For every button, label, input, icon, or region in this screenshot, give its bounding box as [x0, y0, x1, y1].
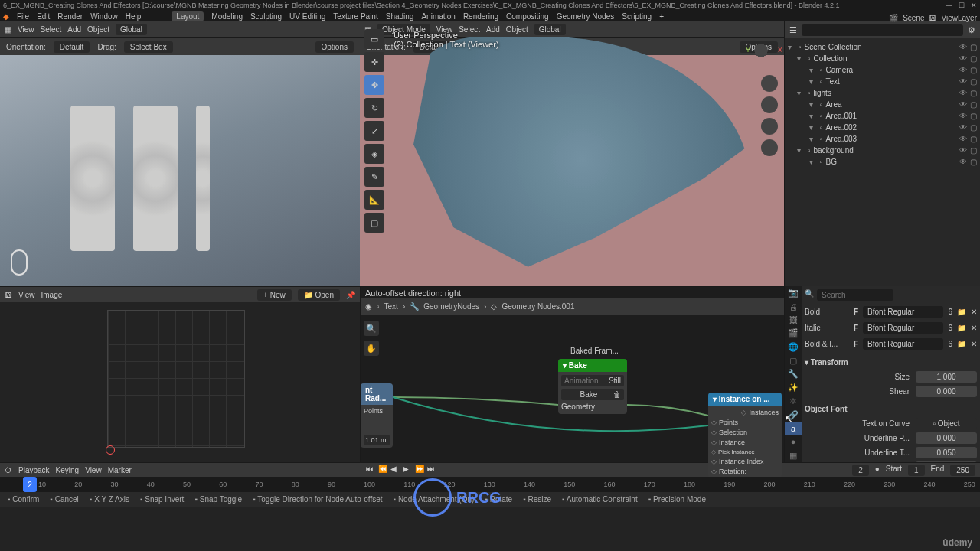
- prop-value-field[interactable]: 1.000: [916, 371, 977, 383]
- expand-icon[interactable]: ▾: [797, 54, 805, 63]
- play-reverse-icon[interactable]: ◀: [390, 465, 401, 475]
- prop-tab-constraints[interactable]: 🔗: [785, 408, 802, 422]
- open-font-icon[interactable]: 📁: [957, 340, 966, 348]
- prop-tab-world[interactable]: 🌐: [785, 341, 802, 354]
- expand-icon[interactable]: ▾: [788, 43, 795, 51]
- outliner-item[interactable]: ▾▫Area.003👁▢: [788, 133, 977, 145]
- disable-icon[interactable]: ▢: [970, 66, 977, 74]
- drag-value[interactable]: Select Box: [124, 41, 173, 53]
- node-socket-selection[interactable]: Selection: [711, 428, 779, 437]
- expand-icon[interactable]: ▾: [809, 158, 817, 166]
- expand-icon[interactable]: ▾: [809, 77, 817, 86]
- workspace-tab[interactable]: Layout: [172, 11, 204, 21]
- menu-window[interactable]: Window: [90, 12, 118, 21]
- vp-menu-object[interactable]: Object: [506, 25, 528, 34]
- keyframe-prev-icon[interactable]: ⏪: [378, 465, 389, 475]
- disable-icon[interactable]: ▢: [970, 158, 977, 166]
- unlink-icon[interactable]: ✕: [971, 324, 977, 332]
- workspace-tab[interactable]: Scripting: [622, 12, 652, 21]
- orientation-value[interactable]: Default: [54, 41, 90, 53]
- disable-icon[interactable]: ▢: [970, 89, 977, 97]
- play-icon[interactable]: ▶: [403, 465, 413, 475]
- workspace-tab[interactable]: Sculpting: [250, 12, 282, 21]
- disable-icon[interactable]: ▢: [970, 43, 977, 51]
- prop-value-field[interactable]: 0.050: [916, 447, 977, 458]
- zoom-icon[interactable]: [761, 75, 778, 92]
- vp-menu-object[interactable]: Object: [87, 25, 109, 34]
- outliner-item[interactable]: ▾▫background👁▢: [788, 145, 977, 156]
- timeline-menu-keying[interactable]: Keying: [56, 466, 80, 474]
- prop-value-field[interactable]: 0.000: [916, 386, 977, 397]
- node-socket-instance[interactable]: Instance: [711, 438, 779, 447]
- expand-icon[interactable]: ▾: [797, 89, 805, 97]
- transform-orient[interactable]: Global: [116, 24, 147, 35]
- node-socket-points[interactable]: Points: [711, 418, 779, 427]
- disable-icon[interactable]: ▢: [970, 123, 977, 132]
- uv-menu-image[interactable]: Image: [41, 291, 63, 299]
- node-socket-geometry[interactable]: Geometry: [561, 403, 624, 411]
- tool-annotate[interactable]: ✎: [364, 167, 384, 187]
- unlink-icon[interactable]: ✕: [971, 308, 977, 316]
- open-font-icon[interactable]: 📁: [957, 308, 966, 316]
- outliner-item[interactable]: ▾▫Scene Collection👁▢: [788, 41, 977, 53]
- add-workspace-icon[interactable]: +: [659, 12, 664, 21]
- timeline-menu-marker[interactable]: Marker: [108, 466, 132, 474]
- breadcrumb-nodegroup[interactable]: Geometry Nodes.001: [501, 302, 574, 311]
- prop-tab-output[interactable]: 🖨: [785, 300, 802, 314]
- tool-addcube[interactable]: ▢: [364, 213, 384, 233]
- node-socket-pick-instance[interactable]: Pick Instance: [711, 448, 779, 456]
- node-bake[interactable]: Baked Fram... ▾ Bake ↖ Animation Still B…: [558, 359, 627, 414]
- font-selector[interactable]: Bfont Regular: [863, 338, 943, 350]
- uv-grid-view[interactable]: [107, 310, 245, 448]
- node-radius[interactable]: nt Rad... Points 1.01 m: [361, 383, 393, 448]
- close-icon[interactable]: ✕: [971, 2, 977, 9]
- pin-icon[interactable]: 📌: [346, 291, 355, 299]
- camera-view-icon[interactable]: [761, 118, 778, 135]
- frame-start-field[interactable]: 1: [908, 465, 925, 476]
- prop-tab-scene[interactable]: 🎬: [785, 327, 802, 341]
- breadcrumb-modifier[interactable]: GeometryNodes: [423, 302, 479, 311]
- disable-icon[interactable]: ▢: [970, 100, 977, 109]
- workspace-tab[interactable]: Shading: [386, 12, 414, 21]
- properties-search-input[interactable]: [817, 289, 893, 301]
- outliner-item[interactable]: ▾▫Area👁▢: [788, 99, 977, 110]
- node-value[interactable]: 1.01 m: [364, 435, 390, 445]
- scene-selector[interactable]: Scene: [903, 14, 924, 22]
- node-socket-rotation[interactable]: Rotation:: [711, 467, 779, 476]
- outliner-item[interactable]: ▾▫BG👁▢: [788, 156, 977, 168]
- trash-icon[interactable]: 🗑: [613, 390, 621, 399]
- outliner-item[interactable]: ▾▫Collection👁▢: [788, 53, 977, 64]
- new-image-button[interactable]: + New: [257, 289, 292, 301]
- node-socket-points[interactable]: Points: [364, 407, 390, 415]
- pan-icon[interactable]: [761, 96, 778, 113]
- outliner-item[interactable]: ▾▫Text👁▢: [788, 76, 977, 87]
- section-objectfont[interactable]: Object Font: [805, 402, 977, 416]
- node-socket-instances[interactable]: Instances: [711, 408, 779, 417]
- node-title[interactable]: ▾ Bake: [558, 359, 627, 372]
- perspective-toggle-icon[interactable]: [761, 139, 778, 156]
- tool-rotate[interactable]: ↻: [364, 98, 384, 118]
- playhead[interactable]: 2: [23, 477, 37, 492]
- jump-end-icon[interactable]: ⏭: [427, 465, 438, 475]
- prop-value-field[interactable]: 0.000: [916, 432, 977, 444]
- editor-type-icon[interactable]: 🖼: [5, 291, 12, 299]
- eye-icon[interactable]: 👁: [959, 158, 967, 166]
- disable-icon[interactable]: ▢: [970, 77, 977, 86]
- node-socket-instance-index[interactable]: Instance Index: [711, 457, 779, 466]
- current-frame-field[interactable]: 2: [852, 465, 869, 476]
- eye-icon[interactable]: 👁: [959, 135, 967, 143]
- prop-tab-physics[interactable]: ⚛: [785, 395, 802, 409]
- zoom-icon[interactable]: 🔍: [364, 321, 379, 336]
- menu-edit[interactable]: Edit: [37, 12, 50, 21]
- prop-tab-viewlayer[interactable]: 🖼: [785, 313, 802, 327]
- eye-icon[interactable]: 👁: [959, 77, 967, 86]
- bake-button[interactable]: Bake 🗑: [561, 389, 624, 400]
- eye-icon[interactable]: 👁: [959, 100, 967, 109]
- viewport-rendered[interactable]: ▦ View Select Add Object Global Orientat…: [0, 21, 360, 286]
- disable-icon[interactable]: ▢: [970, 146, 977, 155]
- font-selector[interactable]: Bfont Regular: [863, 306, 943, 318]
- expand-icon[interactable]: ▾: [809, 135, 817, 143]
- breadcrumb-object[interactable]: Text: [384, 302, 398, 311]
- pan-icon[interactable]: ✋: [364, 341, 379, 356]
- open-font-icon[interactable]: 📁: [957, 324, 966, 332]
